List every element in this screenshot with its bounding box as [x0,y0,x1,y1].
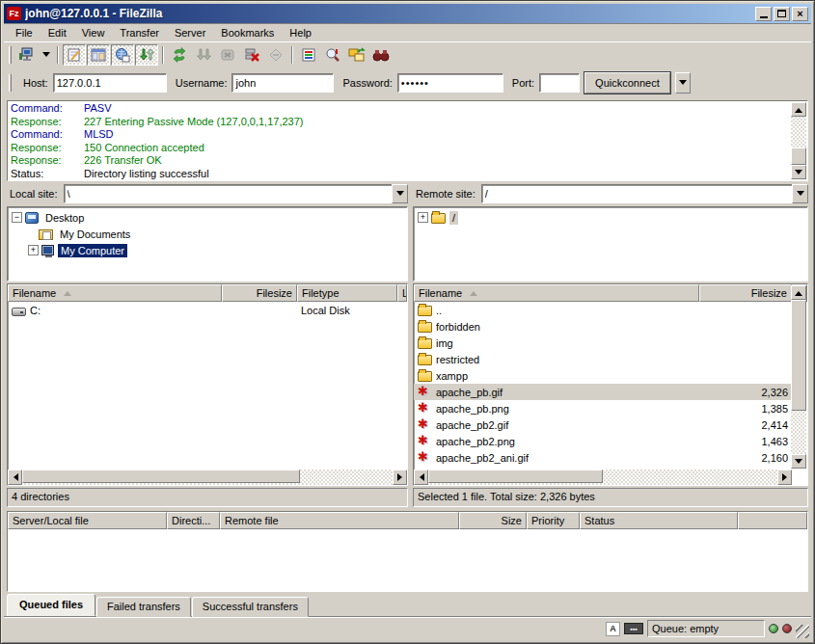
directory-comparison-button[interactable] [369,44,393,66]
file-row-img[interactable]: img [414,335,792,351]
file-row-apache-pb-png[interactable]: apache_pb.png 1,385 [414,400,792,416]
minimize-button[interactable] [755,7,772,21]
scroll-up-button[interactable] [791,102,806,117]
file-row-apache-pb2-png[interactable]: apache_pb2.png 1,463 [414,433,792,449]
column-header-filename[interactable]: Filename [414,284,699,302]
toggle-local-tree-button[interactable] [87,44,110,66]
column-header-priority[interactable]: Priority [527,512,580,529]
remote-vertical-scrollbar[interactable] [791,285,806,469]
expand-icon[interactable]: + [418,212,428,223]
local-site-combobox[interactable] [64,184,408,203]
tab-queued-files[interactable]: Queued files [7,594,95,616]
remote-site-input[interactable] [481,184,792,203]
refresh-button[interactable] [168,44,191,66]
scroll-left-button[interactable] [414,470,428,485]
scroll-up-button[interactable] [791,285,806,300]
toolbar-separator [291,46,293,64]
log-vertical-scrollbar[interactable] [791,102,806,179]
scroll-right-button[interactable] [393,470,407,485]
synchronized-browsing-button[interactable] [345,44,368,66]
site-manager-dropdown-button[interactable] [40,44,53,66]
column-header-last-modified[interactable]: L [397,284,407,302]
tree-item-desktop[interactable]: − Desktop [9,209,406,226]
column-header-filesize[interactable]: Filesize [222,284,297,302]
file-row-parent-dir[interactable]: .. [414,302,792,318]
close-button[interactable]: × [792,7,808,21]
column-header-filesize[interactable]: Filesize [699,284,792,302]
menu-transfer[interactable]: Transfer [112,24,167,41]
remote-site-combobox[interactable] [481,184,808,203]
file-row-restricted[interactable]: restricted [414,351,792,367]
sort-ascending-icon [64,287,71,296]
scroll-down-button[interactable] [791,454,806,469]
file-row-apache-pb-gif[interactable]: apache_pb.gif 2,326 [414,384,792,400]
column-header-remote-file[interactable]: Remote file [220,512,459,529]
username-input[interactable] [231,73,334,93]
resize-grip-icon[interactable] [796,625,809,638]
menu-view[interactable]: View [74,24,113,41]
queue-status-text: Queue: empty [647,620,765,637]
remote-horizontal-scrollbar[interactable] [414,470,792,485]
tree-item-my-documents[interactable]: My Documents [9,226,406,242]
toggle-transfer-queue-button[interactable] [135,44,158,66]
file-row-forbidden[interactable]: forbidden [414,318,792,335]
find-files-button[interactable] [321,44,344,66]
tree-item-root[interactable]: + / [415,209,806,226]
drive-icon [12,308,26,316]
menu-file[interactable]: File [8,24,41,41]
column-header-server-local-file[interactable]: Server/Local file [8,512,167,529]
scrollbar-thumb[interactable] [22,470,300,483]
ascii-datatype-icon[interactable]: A [606,622,620,636]
disconnect-button[interactable] [240,44,263,66]
toggle-remote-tree-button[interactable] [111,44,134,66]
tree-item-my-computer[interactable]: + My Computer [9,242,406,258]
menu-help[interactable]: Help [282,24,319,41]
scroll-left-button[interactable] [8,470,22,485]
activity-led-red [782,624,792,633]
abort-button[interactable] [264,44,287,66]
expand-icon[interactable]: + [28,245,39,255]
filezilla-window: Fz john@127.0.0.1 - FileZilla × File Edi… [0,0,815,644]
local-horizontal-scrollbar[interactable] [8,470,407,485]
column-header-filename[interactable]: Filename [8,284,222,302]
speed-limit-icon[interactable]: ▪▪▪ [624,623,643,634]
local-pane: Local site: − Desktop My Documents [7,183,408,509]
title-bar[interactable]: Fz john@127.0.0.1 - FileZilla × [4,4,811,23]
password-input[interactable] [397,73,503,93]
site-manager-button[interactable] [15,44,39,66]
file-row-c-drive[interactable]: C: Local Disk [8,302,407,318]
column-header-filetype[interactable]: Filetype [297,284,397,302]
scrollbar-thumb[interactable] [428,470,603,483]
process-queue-button[interactable] [192,44,215,66]
port-input[interactable] [539,73,580,93]
file-row-apache-pb2-ani-gif[interactable]: apache_pb2_ani.gif 2,160 [414,449,792,466]
menu-edit[interactable]: Edit [41,24,74,41]
column-header-status[interactable]: Status [580,512,738,529]
column-header-size[interactable]: Size [459,512,527,529]
column-header-direction[interactable]: Directi... [167,512,220,529]
file-row-apache-pb2-gif[interactable]: apache_pb2.gif 2,414 [414,416,792,433]
queue-body[interactable] [8,529,807,591]
filter-button[interactable] [297,44,320,66]
quickconnect-button[interactable]: Quickconnect [584,72,670,94]
cancel-operation-button[interactable] [216,44,239,66]
toggle-message-log-button[interactable] [63,44,86,66]
menu-bookmarks[interactable]: Bookmarks [213,24,282,41]
file-row-xampp[interactable]: xampp [414,367,792,384]
host-input[interactable] [53,73,167,93]
local-site-dropdown-button[interactable] [392,184,408,203]
menu-server[interactable]: Server [167,24,213,41]
scrollbar-thumb[interactable] [791,148,806,165]
scrollbar-thumb[interactable] [791,300,806,411]
maximize-button[interactable] [774,7,790,21]
desktop-icon [25,212,39,224]
remote-site-bar: Remote site: [413,183,808,204]
tab-failed-transfers[interactable]: Failed transfers [96,597,191,617]
collapse-icon[interactable]: − [12,212,22,223]
scroll-down-button[interactable] [791,165,806,179]
scroll-right-button[interactable] [777,470,792,485]
tab-successful-transfers[interactable]: Successful transfers [192,597,309,617]
quickconnect-dropdown-button[interactable] [675,72,691,94]
remote-site-dropdown-button[interactable] [792,184,808,203]
local-site-input[interactable] [64,184,392,203]
